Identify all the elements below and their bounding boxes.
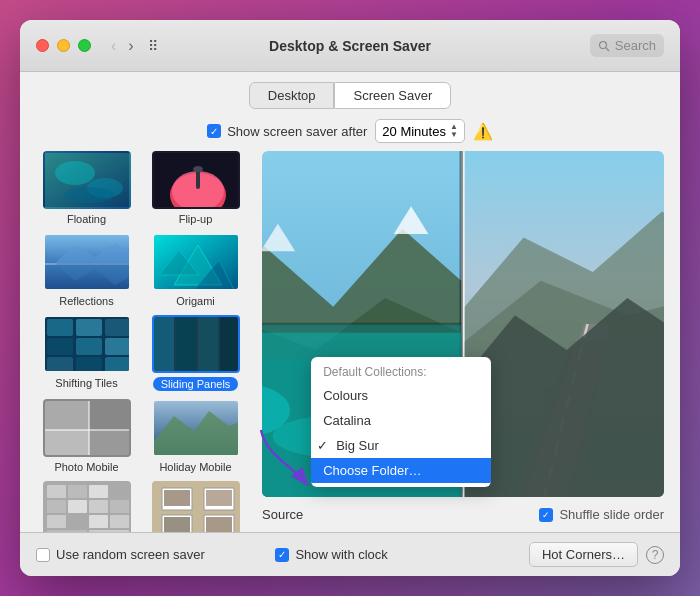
saver-item-holidaymobile[interactable]: Holiday Mobile [145,399,246,473]
shuffle-row: ✓ Shuffle slide order [539,503,664,526]
titlebar: ‹ › ⠿ Desktop & Screen Saver Search [20,20,680,72]
shuffle-checkbox[interactable]: ✓ [539,508,553,522]
saver-label-origami: Origami [176,295,215,307]
saver-thumb-origami [152,233,240,291]
forward-button[interactable]: › [124,35,137,57]
dropdown-header: Default Collections: [311,361,491,383]
saver-thumb-holidaymobile [152,399,240,457]
svg-point-10 [193,166,203,172]
svg-rect-21 [76,319,102,336]
search-bar[interactable]: Search [590,34,664,57]
tab-desktop[interactable]: Desktop [249,82,335,109]
svg-rect-57 [47,530,87,532]
svg-rect-39 [45,430,89,457]
svg-rect-26 [47,357,73,373]
search-text: Search [615,38,656,53]
saver-label-holidaymobile: Holiday Mobile [159,461,231,473]
settings-row: ✓ Show screen saver after 20 Minutes ▲ ▼… [20,109,680,151]
search-icon [598,40,610,52]
saver-item-reflections[interactable]: Reflections [36,233,137,307]
saver-thumb-photomobile [43,399,131,457]
svg-rect-31 [176,317,196,373]
saver-item-origami[interactable]: Origami [145,233,246,307]
saver-item-flipup[interactable]: Flip-up [145,151,246,225]
show-after-checkbox[interactable]: ✓ [207,124,221,138]
svg-rect-22 [105,319,131,336]
tabs-bar: Desktop Screen Saver [20,72,680,109]
svg-rect-47 [89,485,108,498]
dropdown-menu: Default Collections: Colours Catalina Bi… [311,357,491,487]
screensaver-list: Floating Flip-up [36,151,246,532]
saver-grid: Floating Flip-up [36,151,246,532]
dropdown-item-bigsur[interactable]: Big Sur [311,433,491,458]
saver-item-photowall[interactable]: Photo Wall [36,481,137,532]
minimize-button[interactable] [57,39,70,52]
svg-rect-49 [47,500,66,513]
grid-icon[interactable]: ⠿ [148,38,158,54]
hot-corners-button[interactable]: Hot Corners… [529,542,638,567]
bottom-bar: Use random screen saver ✓ Show with cloc… [20,532,680,576]
show-after-label[interactable]: ✓ Show screen saver after [207,124,367,139]
svg-point-3 [55,161,95,185]
saver-label-sliding: Sliding Panels [153,377,239,391]
svg-rect-20 [47,319,73,336]
svg-rect-27 [76,357,102,373]
svg-rect-54 [68,515,87,528]
svg-rect-32 [198,317,218,373]
saver-thumb-floating [43,151,131,209]
back-button[interactable]: ‹ [107,35,120,57]
saver-item-vintage[interactable]: Vintage Prints [145,481,246,532]
warning-icon: ⚠️ [473,122,493,141]
window-title: Desktop & Screen Saver [269,38,431,54]
saver-label-shifting: Shifting Tiles [55,377,117,389]
saver-thumb-shifting [43,315,131,373]
saver-item-photomobile[interactable]: Photo Mobile [36,399,137,473]
dropdown-item-colours[interactable]: Colours [311,383,491,408]
svg-rect-37 [45,401,89,430]
clock-checkbox-row: ✓ Show with clock [275,547,387,562]
time-stepper[interactable]: ▲ ▼ [450,123,458,139]
saver-label-photomobile: Photo Mobile [54,461,118,473]
source-row: Source Default Collections: Colours Cata… [262,497,664,532]
svg-rect-63 [206,490,232,506]
clock-label: Show with clock [295,547,387,562]
saver-thumb-sliding [152,315,240,373]
dropdown-item-catalina[interactable]: Catalina [311,408,491,433]
svg-rect-30 [154,317,174,373]
maximize-button[interactable] [78,39,91,52]
help-button[interactable]: ? [646,546,664,564]
clock-checkbox[interactable]: ✓ [275,548,289,562]
show-after-text: Show screen saver after [227,124,367,139]
svg-rect-58 [89,530,131,532]
svg-rect-45 [47,485,66,498]
svg-rect-40 [89,430,131,457]
saver-label-floating: Floating [67,213,106,225]
saver-thumb-reflections [43,233,131,291]
saver-thumb-photowall [43,481,131,532]
svg-rect-67 [206,517,232,532]
dropdown-item-choosefolder[interactable]: Choose Folder… [311,458,491,483]
svg-rect-55 [89,515,108,528]
saver-item-sliding[interactable]: Sliding Panels [145,315,246,391]
svg-line-1 [606,48,609,51]
window-controls [36,39,91,52]
main-content: Floating Flip-up [20,151,680,532]
preview-panel: Source Default Collections: Colours Cata… [262,151,664,532]
svg-rect-33 [220,317,240,373]
svg-rect-61 [164,490,190,506]
time-value: 20 Minutes [382,124,446,139]
svg-rect-53 [47,515,66,528]
svg-rect-38 [89,401,131,430]
close-button[interactable] [36,39,49,52]
svg-rect-50 [68,500,87,513]
random-checkbox-row: Use random screen saver [36,547,205,562]
app-window: ‹ › ⠿ Desktop & Screen Saver Search Desk… [20,20,680,576]
tab-screensaver[interactable]: Screen Saver [334,82,451,109]
saver-item-shifting[interactable]: Shifting Tiles [36,315,137,391]
svg-rect-24 [76,338,102,355]
time-selector[interactable]: 20 Minutes ▲ ▼ [375,119,465,143]
saver-item-floating[interactable]: Floating [36,151,137,225]
arrow-annotation [251,425,321,495]
svg-point-0 [599,41,606,48]
random-checkbox[interactable] [36,548,50,562]
